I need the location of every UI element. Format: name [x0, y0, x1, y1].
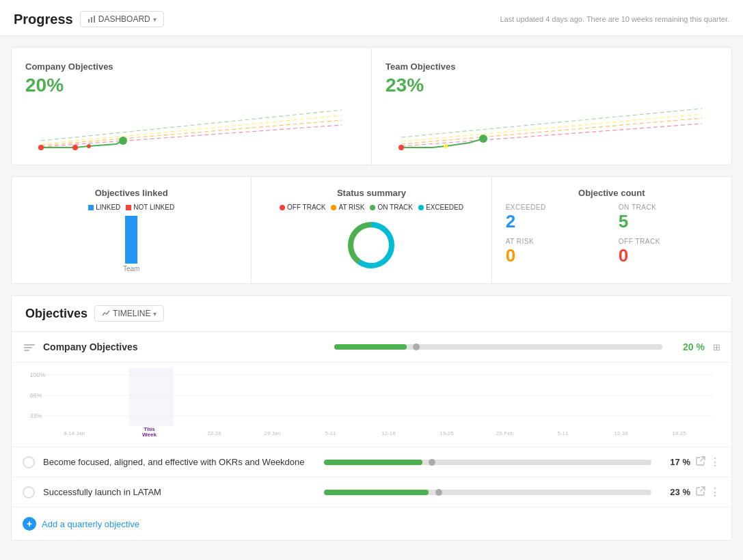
donut-chart — [344, 218, 398, 272]
team-chart-percentage: 23% — [386, 74, 718, 96]
at-risk-legend: AT RISK — [331, 204, 364, 211]
company-mini-chart — [25, 103, 357, 151]
timeline-button[interactable]: TIMELINE ▾ — [94, 305, 164, 322]
objective-item-1: Become focused, aligned, and effective w… — [12, 447, 731, 477]
exceeded-count-item: EXCEEDED 2 — [506, 204, 605, 232]
count-grid: EXCEEDED 2 ON TRACK 5 AT RISK 0 OFF TRAC… — [506, 204, 718, 266]
linked-label: LINKED — [96, 204, 120, 211]
svg-text:12-18: 12-18 — [614, 430, 628, 436]
objective-name-2: Successfully launch in LATAM — [43, 487, 316, 497]
exceeded-dot — [418, 205, 424, 210]
svg-point-10 — [119, 137, 127, 145]
objective-count-panel: Objective count EXCEEDED 2 ON TRACK 5 AT… — [492, 177, 731, 283]
svg-rect-30 — [129, 368, 174, 426]
company-group-percentage: 20 % — [671, 341, 705, 352]
off-track-label: OFF TRACK — [287, 204, 325, 211]
off-track-count-item: OFF TRACK 0 — [619, 238, 718, 266]
svg-point-17 — [479, 135, 487, 143]
company-group-icon — [23, 340, 36, 354]
svg-rect-2 — [94, 16, 95, 23]
team-mini-chart — [386, 103, 718, 151]
timeline-chevron-icon: ▾ — [153, 310, 157, 318]
svg-point-9 — [87, 144, 91, 148]
objectives-header: Objectives TIMELINE ▾ — [12, 296, 731, 332]
status-summary-panel: Status summary OFF TRACK AT RISK ON TRAC… — [252, 177, 491, 283]
svg-text:Week: Week — [142, 432, 157, 436]
svg-line-6 — [41, 125, 342, 147]
obj-menu-icon-2[interactable]: ⋮ — [710, 486, 720, 499]
off-track-count-val: 0 — [619, 245, 718, 266]
timeline-icon — [102, 310, 110, 317]
bar-team-label: Team — [123, 265, 139, 272]
app-header: Progress DASHBOARD ▾ Last updated 4 days… — [0, 0, 743, 36]
team-bar-column: Team — [123, 216, 139, 272]
header-info-text: Last updated 4 days ago. There are 10 we… — [500, 15, 729, 23]
obj-progress-1 — [324, 460, 651, 465]
linked-legend-item: LINKED — [88, 204, 120, 211]
linked-legend: LINKED NOT LINKED — [88, 204, 174, 211]
external-link-icon-1[interactable] — [696, 456, 705, 468]
on-track-count-val: 5 — [619, 211, 718, 232]
svg-line-5 — [41, 120, 342, 145]
svg-rect-0 — [88, 19, 90, 23]
at-risk-count-val: 0 — [506, 245, 605, 266]
exceeded-label: EXCEEDED — [426, 204, 463, 211]
top-charts-section: Company Objectives 20% — [11, 47, 732, 165]
chevron-down-icon: ▾ — [153, 16, 157, 23]
on-track-count-label: ON TRACK — [619, 204, 718, 211]
linked-bar — [125, 216, 137, 264]
objectives-linked-panel: Objectives linked LINKED NOT LINKED Team — [12, 177, 252, 283]
objectives-section: Objectives TIMELINE ▾ Company Objectives… — [11, 295, 732, 541]
svg-line-13 — [401, 118, 702, 144]
objective-checkbox-1[interactable] — [23, 456, 35, 468]
on-track-legend: ON TRACK — [370, 204, 413, 211]
timeline-chart-area: 100% 66% 33% 8-14 Jan This Week 22-28 29… — [12, 363, 731, 447]
linked-bar-chart: Team — [123, 218, 139, 272]
stats-section: Objectives linked LINKED NOT LINKED Team — [11, 176, 732, 284]
objective-name-1: Become focused, aligned, and effective w… — [43, 457, 316, 467]
at-risk-count-item: AT RISK 0 — [506, 238, 605, 266]
objective-checkbox-2[interactable] — [23, 486, 35, 499]
team-chart-panel: Team Objectives 23% — [372, 48, 731, 165]
svg-text:66%: 66% — [30, 392, 42, 399]
company-group-name: Company Objectives — [43, 341, 326, 352]
at-risk-dot — [331, 205, 336, 210]
add-objective-row[interactable]: + Add a quarterly objective — [12, 507, 731, 540]
obj-bar-dot-1 — [429, 459, 435, 466]
company-group-progress-dot — [413, 344, 420, 350]
not-linked-legend-item: NOT LINKED — [126, 204, 174, 211]
header-left: Progress DASHBOARD ▾ — [14, 11, 164, 27]
svg-text:8-14
Jan: 8-14 Jan — [64, 430, 85, 436]
svg-rect-22 — [24, 347, 32, 348]
obj-progress-2 — [324, 490, 651, 495]
off-track-legend: OFF TRACK — [280, 204, 325, 211]
external-link-icon-2[interactable] — [696, 486, 705, 498]
company-group-progress-fill — [334, 344, 407, 350]
svg-text:12-18: 12-18 — [381, 430, 396, 436]
svg-rect-1 — [91, 17, 92, 23]
status-summary-title: Status summary — [337, 188, 406, 198]
company-chart-panel: Company Objectives 20% — [12, 48, 372, 165]
page-title: Progress — [14, 12, 73, 27]
expand-icon[interactable]: ⊞ — [713, 342, 720, 352]
company-group-progress-bar — [334, 344, 662, 350]
obj-bar-fill-1 — [324, 460, 422, 465]
objective-item-2: Successfully launch in LATAM 23 % ⋮ — [12, 477, 731, 507]
dashboard-button[interactable]: DASHBOARD ▾ — [80, 11, 164, 27]
svg-text:22-28: 22-28 — [207, 430, 221, 436]
svg-text:29 Jan: 29 Jan — [264, 430, 280, 436]
linked-color-box — [88, 205, 94, 210]
not-linked-label: NOT LINKED — [133, 204, 174, 211]
svg-line-4 — [41, 115, 342, 144]
svg-text:33%: 33% — [30, 412, 42, 419]
off-track-count-label: OFF TRACK — [619, 238, 718, 245]
at-risk-label: AT RISK — [338, 204, 364, 211]
obj-menu-icon-1[interactable]: ⋮ — [710, 456, 720, 468]
chart-icon — [87, 15, 96, 23]
exceeded-legend: EXCEEDED — [418, 204, 463, 211]
svg-rect-23 — [24, 350, 29, 351]
objectives-linked-title: Objectives linked — [95, 188, 168, 198]
exceeded-count-label: EXCEEDED — [506, 204, 605, 211]
svg-point-7 — [38, 145, 44, 150]
on-track-label: ON TRACK — [377, 204, 413, 211]
